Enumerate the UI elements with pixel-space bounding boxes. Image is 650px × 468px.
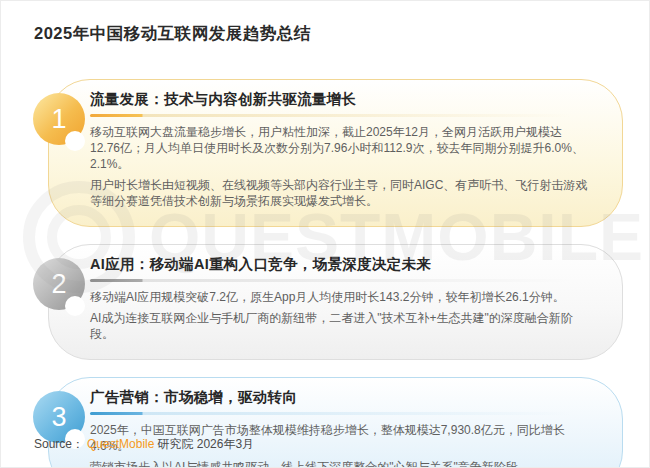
section-heading: 流量发展：技术与内容创新共驱流量增长 (90, 90, 592, 109)
sections-container: 1 流量发展：技术与内容创新共驱流量增长 移动互联网大盘流量稳步增长，用户粘性加… (48, 79, 623, 468)
section-number: 3 (51, 402, 66, 433)
report-slide: 2025年中国移动互联网发展趋势总结 1 流量发展：技术与内容创新共驱流量增长 … (0, 0, 650, 468)
section-paragraph: AI成为连接互联网企业与手机厂商的新纽带，二者进入"技术互补+生态共建"的深度融… (90, 310, 592, 342)
heading-divider (90, 412, 592, 415)
source-suffix: 研究院 2026年3月 (157, 437, 254, 451)
section-paragraph: 营销市场步入以AI与情感共鸣驱动、线上线下深度整合的"心智与关系"竞争新阶段。 (90, 459, 592, 468)
brand-name: QuestMobile (87, 437, 154, 451)
heading-divider (90, 279, 592, 282)
section-paragraph: 移动互联网大盘流量稳步增长，用户粘性加深，截止2025年12月，全网月活跃用户规… (90, 124, 592, 172)
section-ai-apps: 2 AI应用：移动端AI重构入口竞争，场景深度决定未来 移动端AI应用规模突破7… (48, 244, 623, 360)
section-paragraph: 移动端AI应用规模突破7.2亿，原生App月人均使用时长143.2分钟，较年初增… (90, 289, 592, 305)
section-number: 1 (51, 104, 66, 135)
section-number-badge-2: 2 (33, 258, 85, 310)
section-paragraph: 用户时长增长由短视频、在线视频等头部内容行业主导，同时AIGC、有声听书、飞行射… (90, 177, 592, 209)
section-heading: 广告营销：市场稳增，驱动转向 (90, 388, 592, 407)
section-heading: AI应用：移动端AI重构入口竞争，场景深度决定未来 (90, 255, 592, 274)
source-label: Source： (34, 437, 84, 451)
section-traffic-growth: 1 流量发展：技术与内容创新共驱流量增长 移动互联网大盘流量稳步增长，用户粘性加… (48, 79, 623, 227)
source-line: Source：QuestMobile研究院 2026年3月 (34, 436, 254, 453)
section-number: 2 (51, 269, 66, 300)
section-ad-marketing: 3 广告营销：市场稳增，驱动转向 2025年，中国互联网广告市场整体规模维持稳步… (48, 377, 623, 468)
heading-divider (90, 114, 592, 117)
page-title: 2025年中国移动互联网发展趋势总结 (34, 23, 311, 45)
section-number-badge-1: 1 (33, 93, 85, 145)
